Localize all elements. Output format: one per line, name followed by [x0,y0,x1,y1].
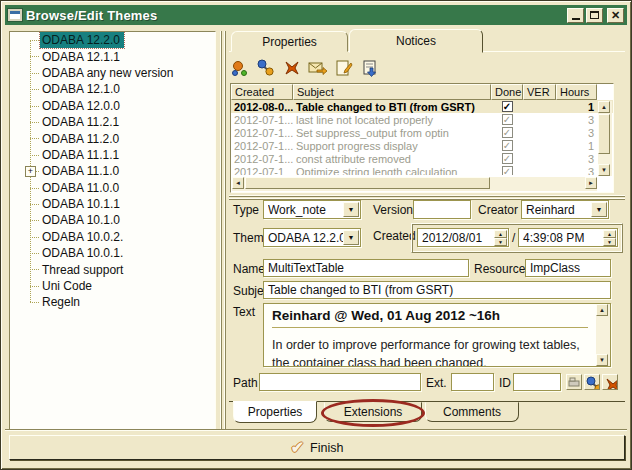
tab-properties[interactable]: Properties [233,401,317,423]
column-header-hours[interactable]: Hours [556,84,597,100]
done-checkbox[interactable]: ✓ [502,153,513,164]
tree-item-label[interactable]: ODABA 10.0.2. [40,229,127,245]
resource-input[interactable]: ImpClass [525,259,611,277]
tree-item-label[interactable]: ODABA 11.2.0 [40,131,123,147]
tree-item-label[interactable]: ODABA any new version [40,65,177,81]
tree-item[interactable]: +ODABA 11.1.0 [10,163,215,179]
table-row[interactable]: 2012-07-1...last line not located proper… [231,113,613,126]
table-row[interactable]: 2012-07-1...Support progress display✓1 [231,139,613,152]
table-horizontal-scrollbar[interactable]: ◄ ► [232,177,597,191]
done-checkbox[interactable]: ✓ [502,101,513,112]
path-input[interactable] [259,373,421,391]
scroll-down-button[interactable]: ▼ [598,164,610,176]
version-input[interactable] [413,200,471,219]
tree-item[interactable]: Regeln [10,294,215,310]
tab-properties[interactable]: Properties [231,31,348,52]
scroll-right-button[interactable]: ► [585,177,597,189]
scroll-up-button[interactable]: ▲ [598,101,610,113]
id-input[interactable] [513,373,561,391]
tree-item[interactable]: ODABA 10.1.1 [10,196,215,212]
tree-item-label[interactable]: ODABA 12.2.0 [40,32,124,48]
vertical-splitter[interactable] [219,31,228,431]
maximize-button[interactable] [586,8,603,23]
chevron-down-icon[interactable]: ▼ [343,202,359,217]
finish-button[interactable]: ✔ Finish [9,435,625,460]
tree-item-label[interactable]: Thread support [40,262,127,278]
scroll-down-button[interactable]: ▼ [596,354,608,366]
table-row[interactable]: 2012-07-1Optimize string length calculat… [231,165,613,175]
tree-item-label[interactable]: ODABA 11.1.0 [40,163,123,179]
tree-item-label[interactable]: Uni Code [40,278,96,294]
column-header-ver[interactable]: VER [523,84,556,100]
tab-notices[interactable]: Notices [349,29,483,53]
tree-item[interactable]: ODABA any new version [10,65,215,81]
tree-item[interactable]: Uni Code [10,278,215,294]
table-row[interactable]: 2012-07-1...const attribute removed✓3 [231,152,613,165]
tree-item-label[interactable]: ODABA 11.1.1 [40,147,123,163]
send-mail-icon[interactable] [307,58,328,79]
tree-item[interactable]: ODABA 10.1.0 [10,212,215,228]
done-checkbox[interactable]: ✓ [502,166,513,175]
tree-item[interactable]: Thread support [10,261,215,277]
tree-item[interactable]: ODABA 12.0.0 [10,98,215,114]
table-row[interactable]: 2012-08-0...Table changed to BTI (from G… [231,100,613,113]
notices-table[interactable]: CreatedSubjectDoneVERHours 2012-08-0...T… [230,83,614,193]
scroll-left-button[interactable]: ◄ [232,177,244,189]
tree-item[interactable]: ODABA 11.1.1 [10,147,215,163]
done-checkbox[interactable]: ✓ [502,140,513,151]
tree-item[interactable]: ODABA 11.2.0 [10,130,215,146]
created-date-spinner[interactable]: 2012/08/01 ▲▼ [417,228,509,247]
title-bar[interactable]: Browse/Edit Themes ✕ [5,5,627,25]
vertical-scroll-thumb[interactable] [598,114,610,154]
names-input[interactable]: MultiTextTable [263,259,469,277]
tree-item-label[interactable]: ODABA 10.1.0 [40,212,124,228]
tree-item[interactable]: ODABA 10.0.2. [10,229,215,245]
theme-combobox[interactable]: ODABA 12.2.0 ▼ [263,228,361,247]
ext-input[interactable] [451,373,494,391]
table-vertical-scrollbar[interactable]: ▲ ▼ [598,101,612,176]
add-note-icon[interactable] [229,58,250,79]
chevron-down-icon[interactable]: ▼ [343,230,359,245]
import-note-icon[interactable] [359,58,380,79]
tab-comments[interactable]: Comments [425,402,519,422]
tree-item[interactable]: ODABA 11.0.0 [10,180,215,196]
tree-item[interactable]: ODABA 12.2.0 [10,32,215,48]
link-note-button[interactable] [584,374,600,390]
column-header-created[interactable]: Created [231,84,293,100]
tree-item[interactable]: ODABA 11.2.1 [10,114,215,130]
created-time-spinner[interactable]: 4:39:08 PM ▲▼ [518,228,618,247]
tree-item-label[interactable]: ODABA 12.1.0 [40,81,124,97]
text-editor[interactable]: Reinhard @ Wed, 01 Aug 2012 ~16h In orde… [263,303,611,367]
column-header-subject[interactable]: Subject [293,84,491,100]
minimize-button[interactable] [567,8,584,23]
edit-note-icon[interactable] [333,58,354,79]
done-checkbox[interactable]: ✓ [502,114,513,125]
scroll-up-button[interactable]: ▲ [596,304,608,316]
chevron-down-icon[interactable]: ▼ [591,202,607,217]
tree-item-label[interactable]: ODABA 11.2.1 [40,114,123,130]
notices-table-body[interactable]: 2012-08-0...Table changed to BTI (from G… [231,100,613,175]
tree-item[interactable]: ODABA 12.1.1 [10,48,215,64]
delete-icon[interactable] [281,58,302,79]
text-scrollbar[interactable]: ▲ ▼ [596,304,610,366]
expand-icon[interactable]: + [25,166,36,177]
tree-item-label[interactable]: Regeln [40,294,84,310]
tree-item-label[interactable]: ODABA 10.0.1. [40,245,127,261]
tab-extensions[interactable]: Extensions [324,402,422,422]
table-header[interactable]: CreatedSubjectDoneVERHours [231,84,613,100]
tree-item-label[interactable]: ODABA 12.1.1 [40,49,124,65]
tree-item-label[interactable]: ODABA 11.0.0 [40,180,123,196]
tree-item[interactable]: ODABA 12.1.0 [10,81,215,97]
date-spin-buttons[interactable]: ▲▼ [494,230,507,245]
delete-button[interactable] [602,374,618,390]
creator-combobox[interactable]: Reinhard ▼ [521,200,609,219]
tree-item[interactable]: ODABA 10.0.1. [10,245,215,261]
table-row[interactable]: 2012-07-1...Set suppress_output from opt… [231,126,613,139]
theme-tree[interactable]: ODABA 12.2.0ODABA 12.1.1ODABA any new ve… [9,31,216,431]
done-checkbox[interactable]: ✓ [502,127,513,138]
tree-item-label[interactable]: ODABA 12.0.0 [40,98,124,114]
horizontal-scroll-thumb[interactable] [245,177,490,189]
subject-input[interactable]: Table changed to BTI (from GSRT) [263,281,611,299]
browse-button[interactable] [566,374,582,390]
type-combobox[interactable]: Work_note ▼ [263,200,361,219]
